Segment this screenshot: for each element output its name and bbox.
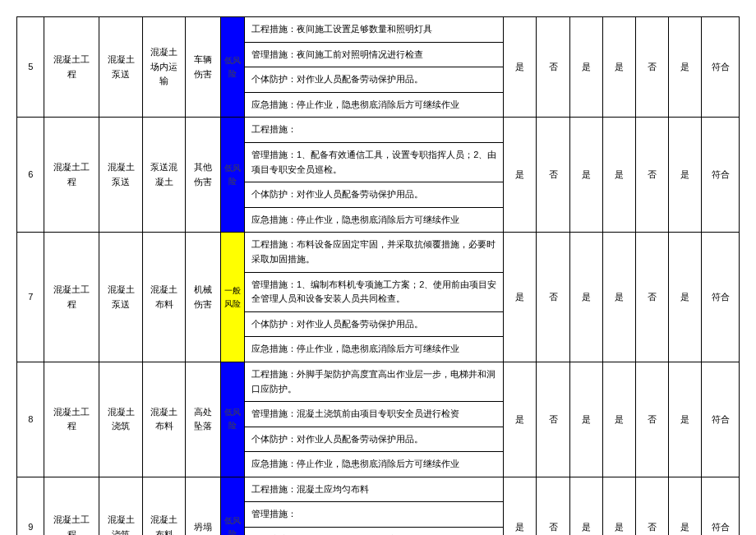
hazard-type: 高处坠落: [186, 362, 221, 477]
engineering-measure: 工程措施：外脚手架防护高度宜高出作业层一步，电梯井和洞口应防护。: [245, 362, 504, 401]
sub-item: 混凝土泵送: [99, 233, 143, 362]
check-col-1: 是: [504, 362, 537, 477]
check-col-1: 是: [504, 233, 537, 362]
check-col-1: 是: [504, 477, 537, 535]
personal-protection-measure: 个体防护：对作业人员配备劳动保护用品。: [245, 67, 504, 93]
row-number: 5: [17, 17, 44, 118]
emergency-measure: 应急措施：停止作业，隐患彻底消除后方可继续作业: [245, 337, 504, 362]
check-col-3: 是: [569, 477, 602, 535]
personal-protection-measure: 个体防护：对作业人员配备劳动保护用品。: [245, 311, 504, 337]
personal-protection-measure: 个体防护：对作业人员配备劳动保护用品。: [245, 427, 504, 452]
row-number: 7: [17, 233, 44, 362]
check-col-4: 是: [602, 233, 635, 362]
check-col-6: 是: [668, 118, 701, 233]
check-col-6: 是: [668, 477, 701, 535]
check-col-4: 是: [602, 118, 635, 233]
management-measure: 管理措施：混凝土浇筑前由项目专职安全员进行检资: [245, 402, 504, 427]
management-measure: 管理措施：1、编制布料机专项施工方案；2、使用前由项目安全管理人员和设备安装人员…: [245, 272, 504, 311]
check-col-5: 否: [635, 17, 668, 118]
check-col-1: 是: [504, 118, 537, 233]
sub-item: 混凝土泵送: [99, 118, 143, 233]
check-col-2: 否: [537, 477, 569, 535]
sub-item: 混凝土泵送: [99, 17, 143, 118]
check-col-3: 是: [569, 118, 602, 233]
work-content: 混凝土布料: [142, 362, 186, 477]
check-col-6: 是: [668, 233, 701, 362]
engineering-measure: 工程措施：夜间施工设置足够数量和照明灯具: [245, 17, 504, 43]
check-col-6: 是: [668, 362, 701, 477]
check-col-2: 否: [537, 118, 569, 233]
result: 符合: [702, 233, 740, 362]
table-row: 6混凝土工程混凝土泵送泵送混凝土其他伤害低风险工程措施：是否是是否是符合: [17, 118, 740, 143]
check-col-5: 否: [635, 118, 668, 233]
personal-protection-measure: 个体防护：对作业人员配备劳动保护用品。: [245, 528, 504, 535]
work-content: 混凝土布料: [142, 477, 186, 535]
row-number: 8: [17, 362, 44, 477]
check-col-5: 否: [635, 362, 668, 477]
table-row: 5混凝土工程混凝土泵送混凝土场内运输车辆伤害低风险工程措施：夜间施工设置足够数量…: [17, 17, 740, 43]
result: 符合: [702, 118, 740, 233]
risk-level: 低风险: [221, 477, 245, 535]
work-content: 混凝土场内运输: [142, 17, 186, 118]
table-row: 9混凝土工程混凝土浇筑混凝土布料坍塌低风险工程措施：混凝土应均匀布料是否是是否是…: [17, 477, 740, 502]
risk-level: 低风险: [221, 362, 245, 477]
work-content: 泵送混凝土: [142, 118, 186, 233]
check-col-3: 是: [569, 233, 602, 362]
sub-item: 混凝土浇筑: [99, 362, 143, 477]
result: 符合: [702, 17, 740, 118]
check-col-4: 是: [602, 477, 635, 535]
sub-item: 混凝土浇筑: [99, 477, 143, 535]
row-number: 9: [17, 477, 44, 535]
row-number: 6: [17, 118, 44, 233]
check-col-2: 否: [537, 362, 569, 477]
hazard-type: 车辆伤害: [186, 17, 221, 118]
project-name: 混凝土工程: [44, 118, 99, 233]
management-measure: 管理措施：1、配备有效通信工具，设置专职指挥人员；2、由项目专职安全员巡检。: [245, 142, 504, 182]
check-col-5: 否: [635, 477, 668, 535]
emergency-measure: 应急措施：停止作业，隐患彻底消除后方可继续作业: [245, 207, 504, 233]
check-col-2: 否: [537, 17, 569, 118]
work-content: 混凝土布料: [142, 233, 186, 362]
management-measure: 管理措施：: [245, 502, 504, 528]
check-col-3: 是: [569, 362, 602, 477]
risk-level: 低风险: [221, 118, 245, 233]
risk-assessment-table: 5混凝土工程混凝土泵送混凝土场内运输车辆伤害低风险工程措施：夜间施工设置足够数量…: [16, 16, 740, 535]
table-row: 7混凝土工程混凝土泵送混凝土布料机械伤害一般风险工程措施：布料设备应固定牢固，并…: [17, 233, 740, 272]
project-name: 混凝土工程: [44, 477, 99, 535]
project-name: 混凝土工程: [44, 362, 99, 477]
risk-level: 一般风险: [221, 233, 245, 362]
table-row: 8混凝土工程混凝土浇筑混凝土布料高处坠落低风险工程措施：外脚手架防护高度宜高出作…: [17, 362, 740, 401]
result: 符合: [702, 477, 740, 535]
personal-protection-measure: 个体防护：对作业人员配备劳动保护用品。: [245, 182, 504, 208]
check-col-5: 否: [635, 233, 668, 362]
check-col-3: 是: [569, 17, 602, 118]
project-name: 混凝土工程: [44, 17, 99, 118]
emergency-measure: 应急措施：停止作业，隐患彻底消除后方可继续作业: [245, 452, 504, 477]
check-col-4: 是: [602, 17, 635, 118]
hazard-type: 坍塌: [186, 477, 221, 535]
check-col-4: 是: [602, 362, 635, 477]
engineering-measure: 工程措施：混凝土应均匀布料: [245, 477, 504, 502]
hazard-type: 机械伤害: [186, 233, 221, 362]
check-col-2: 否: [537, 233, 569, 362]
project-name: 混凝土工程: [44, 233, 99, 362]
result: 符合: [702, 362, 740, 477]
engineering-measure: 工程措施：布料设备应固定牢固，并采取抗倾覆措施，必要时采取加固措施。: [245, 233, 504, 272]
hazard-type: 其他伤害: [186, 118, 221, 233]
check-col-1: 是: [504, 17, 537, 118]
management-measure: 管理措施：夜间施工前对照明情况进行检查: [245, 42, 504, 67]
check-col-6: 是: [668, 17, 701, 118]
engineering-measure: 工程措施：: [245, 118, 504, 143]
emergency-measure: 应急措施：停止作业，隐患彻底消除后方可继续作业: [245, 92, 504, 118]
risk-level: 低风险: [221, 17, 245, 118]
